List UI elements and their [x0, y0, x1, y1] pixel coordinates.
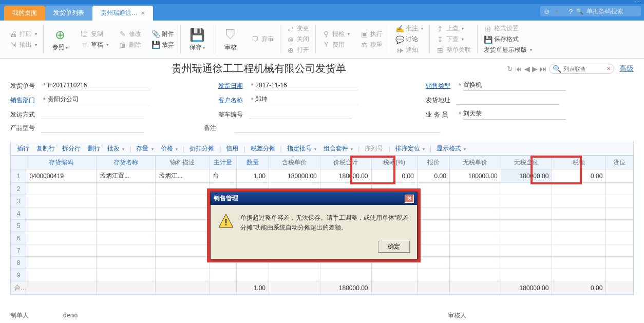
list-search: 🔍 ✕ — [549, 64, 614, 74]
value-dept[interactable]: 贵阳分公司 — [48, 95, 150, 105]
change-button[interactable]: ⇄变更 — [285, 23, 311, 34]
col-loc[interactable]: 货位 — [606, 156, 633, 169]
next-icon[interactable]: ▶ — [532, 65, 538, 73]
value-date[interactable]: 2017-11-16 — [255, 82, 358, 90]
up-query-button[interactable]: ↥上查▾ — [434, 23, 473, 34]
down-query-button[interactable]: ↧下查▾ — [434, 34, 473, 45]
cost-button[interactable]: ￥费用 — [320, 40, 352, 50]
value-vehno[interactable] — [249, 110, 352, 119]
assign-batch-button[interactable]: 指定批号 ▾ — [285, 144, 318, 153]
refresh-icon[interactable]: ↻ — [507, 65, 513, 73]
combo-button[interactable]: 组合套件 ▾ — [321, 144, 355, 153]
value-docno[interactable]: fh2017110216 — [48, 82, 150, 90]
smile-icon[interactable]: ☺ — [543, 7, 551, 15]
save-button[interactable]: 💾 保存▾ — [185, 25, 210, 54]
value-shipway[interactable] — [41, 110, 144, 119]
taxsplit-button[interactable]: 税差分摊 — [249, 144, 277, 153]
output-button[interactable]: ⇲输出▾ — [7, 40, 39, 50]
col-namount[interactable]: 无税金额 — [501, 156, 552, 169]
col-ttotal[interactable]: 价税合计 — [320, 156, 371, 169]
unaudit-button[interactable]: ⛉弃审 — [249, 34, 276, 45]
abandon-button[interactable]: 💾放弃 — [149, 40, 176, 50]
insert-row-button[interactable]: 插行 — [15, 144, 31, 153]
value-saletype[interactable]: 置换机 — [463, 81, 566, 91]
sort-button[interactable]: 排序定位 ▾ — [393, 144, 427, 153]
value-remark[interactable] — [235, 124, 440, 132]
clear-icon[interactable]: ✕ — [607, 66, 611, 71]
open-button[interactable]: ⊕打开 — [285, 45, 311, 55]
dialog-close-button[interactable]: ✕ — [405, 195, 414, 203]
tab-current[interactable]: 贵州瑞通徐… ✕ — [92, 6, 153, 21]
discount-button[interactable]: 折扣分摊 — [187, 144, 216, 153]
paperclip-icon: 📎 — [151, 30, 160, 38]
audit-button[interactable]: ⛉ 审核 — [218, 25, 243, 54]
label-date[interactable]: 发货日期 — [218, 82, 249, 90]
list-search-input[interactable] — [563, 66, 604, 72]
related-button[interactable]: ⊞整单关联 — [434, 45, 473, 55]
ok-button[interactable]: 确定 — [378, 241, 410, 253]
modify-button[interactable]: ✎修改 — [117, 29, 143, 40]
advanced-link[interactable]: 高级 — [619, 64, 634, 73]
attach-button[interactable]: 📎附件 — [149, 29, 176, 40]
tab-desktop[interactable]: 我的桌面 — [4, 6, 45, 21]
col-tax[interactable]: 税额 — [552, 156, 606, 169]
table-row[interactable]: 1 0400000419 孟炳江置... 孟炳江... 台 1.00 18000… — [11, 169, 633, 183]
credit-button[interactable]: 信用 — [224, 144, 240, 153]
label-dept[interactable]: 销售部门 — [10, 96, 41, 105]
split-row-button[interactable]: 拆分行 — [60, 144, 83, 153]
error-dialog: 销售管理 ✕ ! 单据超过整单容差，无法保存。请手工调整，或使用单体“税差分摊”… — [210, 192, 418, 259]
col-main[interactable]: 主计量 — [210, 156, 237, 169]
col-rate[interactable]: 税率(%) — [371, 156, 417, 169]
open-doc-icon: ⊕ — [287, 46, 295, 54]
col-rprice[interactable]: 报价 — [417, 156, 449, 169]
value-customer[interactable]: 郑坤 — [255, 95, 358, 105]
chevron-down-icon[interactable]: ▼ — [555, 9, 559, 14]
barcode-search-input[interactable] — [586, 8, 638, 15]
dispfmt-button[interactable]: 显示格式 ▾ — [434, 144, 468, 153]
col-name[interactable]: 存货名称 — [96, 156, 156, 169]
copy-icon: ⿻ — [81, 30, 89, 38]
annotate-button[interactable]: ✍批注▾ — [393, 23, 425, 34]
link-icon: ⊞ — [436, 46, 444, 54]
col-qty[interactable]: 数量 — [236, 156, 269, 169]
close-icon[interactable]: ✕ — [141, 10, 145, 16]
col-nprice[interactable]: 无税单价 — [449, 156, 501, 169]
reference-button[interactable]: ⊕ 参照▾ — [48, 25, 72, 54]
exec-button[interactable]: ▣执行 — [358, 29, 385, 40]
savefmt-button[interactable]: 💾保存格式 — [482, 34, 534, 45]
batch-change-button[interactable]: 批改 ▾ — [105, 144, 126, 153]
col-code[interactable]: 存货编码 — [26, 156, 97, 169]
label-saletype[interactable]: 销售类型 — [426, 82, 457, 90]
discuss-button[interactable]: 💬讨论 — [393, 34, 425, 45]
delete-row-button[interactable]: 删行 — [86, 144, 102, 153]
help-icon[interactable]: ? — [569, 8, 573, 15]
reference-icon: ⊕ — [52, 27, 68, 43]
tab-shiplist[interactable]: 发货单列表 — [45, 6, 92, 21]
value-shipaddr[interactable] — [457, 96, 559, 105]
table-row[interactable]: 9 — [11, 269, 633, 281]
col-tprice[interactable]: 含税单价 — [269, 156, 320, 169]
taxweight-button[interactable]: ⚖税重 — [358, 40, 385, 50]
stock-button[interactable]: 存量 ▾ — [134, 144, 155, 153]
form: 发货单号*fh2017110216 发货日期*2017-11-16 销售类型*置… — [0, 79, 644, 142]
price-button[interactable]: 价格 ▾ — [159, 144, 180, 153]
copy-row-button[interactable]: 复制行 — [34, 144, 57, 153]
copy-button[interactable]: ⿻复制 — [79, 29, 110, 40]
label-customer[interactable]: 客户名称 — [218, 96, 249, 105]
recheck-button[interactable]: ⚲报检▾ — [320, 29, 352, 40]
close-button[interactable]: ⊗关闭 — [285, 34, 311, 45]
draft-button[interactable]: ≣草稿▾ — [79, 40, 110, 50]
first-icon[interactable]: ⏮ — [515, 65, 522, 73]
display-tpl-button[interactable]: 发货单显示模版▾ — [482, 45, 534, 55]
prev-icon[interactable]: ◀ — [524, 65, 530, 73]
col-mat[interactable]: 物料描述 — [156, 156, 210, 169]
value-salesman[interactable]: 刘天荣 — [463, 109, 566, 120]
delete-button[interactable]: 🗑删除 — [117, 40, 143, 50]
notify-button[interactable]: 🕪通知 — [393, 45, 425, 55]
last-icon[interactable]: ⏭ — [540, 65, 547, 73]
swap-icon: ⇄ — [287, 25, 295, 33]
format-button[interactable]: ⊞格式设置 — [482, 23, 534, 34]
print-button[interactable]: 🖨打印▾ — [7, 29, 39, 40]
value-model[interactable] — [41, 124, 144, 132]
serial-button[interactable]: 序列号 — [363, 144, 385, 153]
